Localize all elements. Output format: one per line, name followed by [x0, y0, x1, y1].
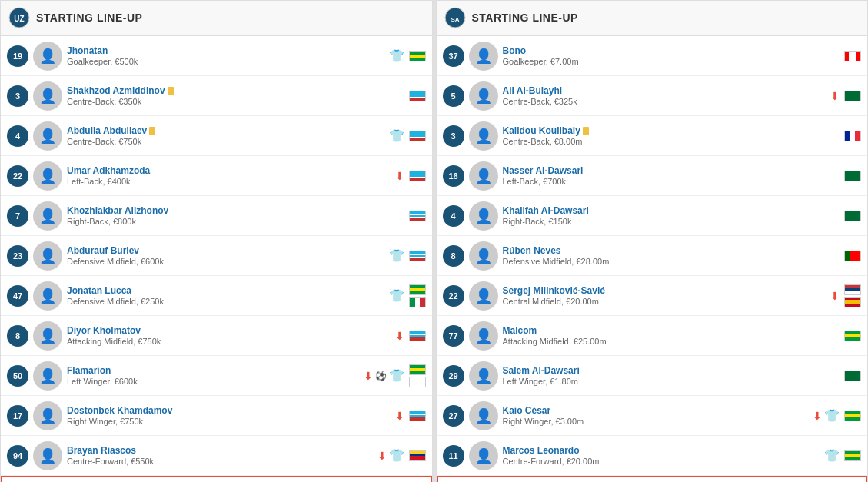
- player-photo: 👤: [469, 121, 498, 151]
- table-row: 37👤BonoGoalkeeper, €7.00m: [437, 36, 868, 76]
- player-action-icons: 👕: [389, 288, 404, 303]
- player-name[interactable]: Abdurauf Buriev: [67, 245, 389, 256]
- player-photo: 👤: [33, 201, 62, 231]
- table-row: 50👤FlamarionLeft Winger, €600k⬇⚽👕: [1, 356, 432, 396]
- player-action-icons: ⬇: [395, 170, 404, 182]
- left-team-logo: UZ: [8, 7, 30, 28]
- player-position-value: Centre-Forward, €20.00m: [503, 457, 825, 466]
- flag-ge: [409, 377, 426, 387]
- player-photo: 👤: [469, 201, 498, 231]
- player-name[interactable]: Malcom: [503, 325, 840, 336]
- flag-br: [844, 331, 861, 341]
- player-photo: 👤: [33, 281, 62, 311]
- table-row: 22👤Umar AdkhamzodaLeft-Back, €400k⬇: [1, 156, 432, 196]
- flag-rs: [844, 284, 861, 295]
- table-row: 11👤Marcos LeonardoCentre-Forward, €20.00…: [437, 436, 868, 476]
- flag-it: [409, 297, 426, 307]
- player-photo: 👤: [33, 121, 62, 151]
- player-name[interactable]: Dostonbek Khamdamov: [67, 405, 395, 416]
- player-info: Khozhiakbar AlizhonovRight-Back, €800k: [67, 205, 404, 226]
- table-row: 19👤JhonatanGoalkeeper, €500k👕: [1, 36, 432, 76]
- shirt-icon: 👕: [389, 368, 404, 383]
- player-name[interactable]: Brayan Riascos: [67, 445, 377, 456]
- player-flags: [844, 171, 861, 181]
- player-name[interactable]: Jhonatan: [67, 45, 389, 56]
- player-name[interactable]: Ali Al-Bulayhi: [503, 85, 831, 96]
- flag-pt: [844, 251, 861, 261]
- player-photo: 👤: [33, 241, 62, 271]
- player-number: 16: [443, 165, 464, 187]
- substitution-icon: ⬇: [813, 410, 822, 422]
- table-row: 29👤Salem Al-DawsariLeft Winger, €1.80m: [437, 356, 868, 396]
- player-flags: [409, 251, 426, 261]
- player-position-value: Right-Back, €800k: [67, 217, 404, 226]
- player-info: Abdurauf BurievDefensive Midfield, €600k: [67, 245, 389, 266]
- player-name[interactable]: Marcos Leonardo: [503, 445, 825, 456]
- player-name[interactable]: Umar Adkhamzoda: [67, 165, 395, 176]
- player-name[interactable]: Rúben Neves: [503, 245, 840, 256]
- player-name[interactable]: Jonatan Lucca: [67, 285, 389, 296]
- player-flags: [409, 131, 426, 141]
- player-name[interactable]: Sergej Milinković-Savić: [503, 285, 831, 296]
- table-row: 47👤Jonatan LuccaDefensive Midfield, €250…: [1, 276, 432, 316]
- player-info: BonoGoalkeeper, €7.00m: [503, 45, 840, 66]
- player-position-value: Right Winger, €750k: [67, 417, 395, 426]
- player-position-value: Attacking Midfield, €25.00m: [503, 337, 840, 346]
- table-row: 5👤Ali Al-BulayhiCentre-Back, €325k⬇: [437, 76, 868, 116]
- player-number: 7: [7, 205, 28, 227]
- player-name[interactable]: Abdulla Abdullaev: [67, 125, 389, 136]
- flag-uz: [409, 211, 426, 221]
- player-number: 94: [7, 445, 28, 467]
- player-action-icons: ⬇: [830, 90, 840, 102]
- player-info: Kaio CésarRight Winger, €3.00m: [503, 405, 813, 426]
- player-flags: [844, 331, 861, 341]
- player-position-value: Centre-Back, €350k: [67, 97, 404, 106]
- left-players-list: 19👤JhonatanGoalkeeper, €500k👕3👤Shakhzod …: [1, 36, 432, 476]
- table-row: 16👤Nasser Al-DawsariLeft-Back, €700k: [437, 156, 868, 196]
- player-position-value: Defensive Midfield, €600k: [67, 257, 389, 266]
- player-name[interactable]: Shakhzod Azmiddinov: [67, 85, 404, 96]
- player-name[interactable]: Kalidou Koulibaly: [503, 125, 840, 136]
- player-info: Marcos LeonardoCentre-Forward, €20.00m: [503, 445, 825, 466]
- player-position-value: Centre-Back, €750k: [67, 137, 389, 146]
- table-row: 94👤Brayan RiascosCentre-Forward, €550k⬇👕: [1, 436, 432, 476]
- right-team-stats: Foreigners: 7 (63.6%) Avg. age: 28.9 Pur…: [437, 476, 868, 482]
- player-number: 23: [7, 245, 28, 267]
- player-name[interactable]: Diyor Kholmatov: [67, 325, 395, 336]
- player-name[interactable]: Bono: [503, 45, 840, 56]
- player-photo: 👤: [469, 401, 498, 430]
- player-name[interactable]: Kaio César: [503, 405, 813, 416]
- player-name[interactable]: Flamarion: [67, 365, 364, 376]
- player-flags: [409, 364, 426, 387]
- table-row: 77👤MalcomAttacking Midfield, €25.00m: [437, 316, 868, 356]
- player-flags: [409, 284, 426, 307]
- table-row: 3👤Kalidou KoulibalyCentre-Back, €8.00m: [437, 116, 868, 156]
- player-action-icons: 👕: [389, 248, 404, 263]
- player-photo: 👤: [33, 401, 62, 430]
- player-name[interactable]: Khozhiakbar Alizhonov: [67, 205, 404, 216]
- right-team-title: STARTING LINE-UP: [472, 12, 578, 24]
- player-action-icons: ⬇👕: [813, 408, 840, 423]
- player-number: 3: [7, 85, 28, 107]
- player-name[interactable]: Khalifah Al-Dawsari: [503, 205, 840, 216]
- player-position-value: Right-Back, €150k: [503, 217, 840, 226]
- player-position-value: Centre-Back, €325k: [503, 97, 831, 106]
- goal-ball-icon: ⚽: [375, 371, 387, 381]
- shirt-icon: 👕: [389, 128, 404, 143]
- player-flags: [844, 131, 861, 141]
- player-info: Umar AdkhamzodaLeft-Back, €400k: [67, 165, 395, 186]
- player-position-value: Defensive Midfield, €28.00m: [503, 257, 840, 266]
- player-info: FlamarionLeft Winger, €600k: [67, 365, 364, 386]
- right-team-panel: SA STARTING LINE-UP 37👤BonoGoalkeeper, €…: [436, 0, 869, 482]
- player-flags: [409, 211, 426, 221]
- player-name[interactable]: Nasser Al-Dawsari: [503, 165, 840, 176]
- player-number: 17: [7, 405, 28, 427]
- player-photo: 👤: [469, 321, 498, 351]
- player-info: MalcomAttacking Midfield, €25.00m: [503, 325, 840, 346]
- yellow-card-icon: [168, 87, 174, 95]
- table-row: 23👤Abdurauf BurievDefensive Midfield, €6…: [1, 236, 432, 276]
- player-name[interactable]: Salem Al-Dawsari: [503, 365, 840, 376]
- player-position-value: Goalkeeper, €7.00m: [503, 57, 840, 66]
- shirt-icon: 👕: [824, 448, 840, 463]
- flag-br: [409, 284, 426, 295]
